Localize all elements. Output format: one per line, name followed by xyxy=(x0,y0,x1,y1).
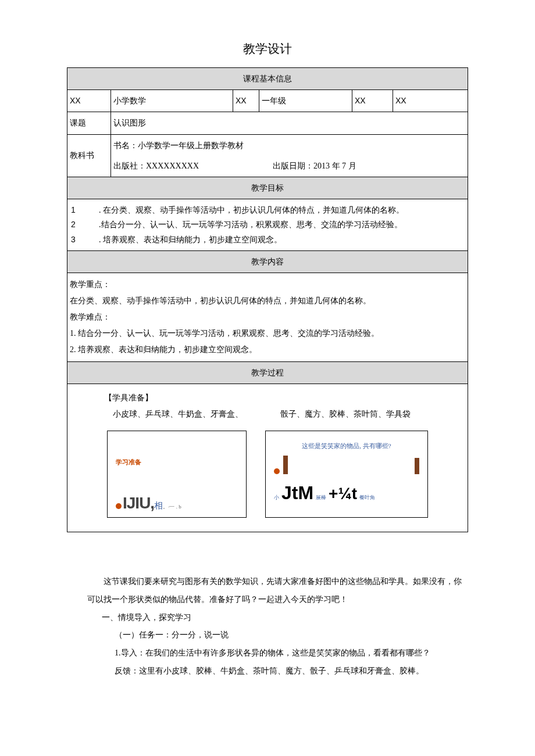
goal-1: 1. 在分类、观察、动手操作等活动中，初步认识几何体的特点，并知道几何体的名称。 xyxy=(70,203,465,217)
box-right-row1 xyxy=(274,456,419,474)
body-l1: 1.导入：在我们的生活中有许多形状各异的物体，这些是笑笑家的物品，看看都有哪些？ xyxy=(115,644,468,662)
body-l2: 反馈：这里有小皮球、胶棒、牛奶盒、茶叶筒、魔方、骰子、乒乓球和牙膏盒、胶棒。 xyxy=(115,662,468,680)
pub-date-text: 出版日期：2013 年 7 月 xyxy=(273,162,356,170)
document-title: 教学设计 xyxy=(67,41,468,57)
body-h2: （一）任务一：分一分，说一说 xyxy=(115,626,468,644)
body-section: 这节课我们要来研究与图形有关的数学知识，先请大家准备好图中的这些物品和学具。如果… xyxy=(67,573,468,680)
info-row-book: 教科书 书名：小学数学一年级上册数学教材 出版社：XXXXXXXXX 出版日期：… xyxy=(67,134,468,177)
illustration-right: 这些是笑笑家的物品, 共有哪些? 小 JtM 展棒 +¼t 餐叶角 xyxy=(265,431,428,518)
dot-icon xyxy=(274,468,280,474)
content-diff-label: 教学难点： xyxy=(70,309,465,325)
box-right-row2: 小 JtM 展棒 +¼t 餐叶角 xyxy=(274,474,419,511)
cell-r1c3: XX xyxy=(233,90,259,112)
cell-r1c6: XX xyxy=(393,90,468,112)
section-header-basic: 课程基本信息 xyxy=(67,68,468,90)
bar-icon xyxy=(415,458,419,474)
cell-topic-value: 认识图形 xyxy=(111,112,468,134)
items-right: 骰子、魔方、胶棒、茶叶筒、学具袋 xyxy=(280,406,411,422)
info-row-topic: 课题 认识图形 xyxy=(67,112,468,134)
cell-r1c4: 一年级 xyxy=(259,90,352,112)
body-h1: 一、情境导入，探究学习 xyxy=(102,609,468,627)
goals-cell: 1. 在分类、观察、动手操作等活动中，初步认识几何体的特点，并知道几何体的名称。… xyxy=(67,199,468,251)
cell-r1c5: XX xyxy=(352,90,393,112)
content-cell: 教学重点： 在分类、观察、动手操作等活动中，初步认识几何体的特点，并知道几何体的… xyxy=(67,273,468,361)
dot-icon xyxy=(116,503,122,509)
lesson-plan-table: 课程基本信息 XX 小学数学 XX 一年级 XX XX 课题 认识图形 教科书 … xyxy=(67,67,468,532)
box-left-label: 学习准备 xyxy=(116,456,238,468)
section-header-content: 教学内容 xyxy=(67,250,468,273)
illustration-left: 学习准备 IJIU,相。·一 . b xyxy=(107,431,247,518)
cell-book-label: 教科书 xyxy=(67,134,111,177)
illustration-row: 学习准备 IJIU,相。·一 . b 这些是笑笑家的物品, 共有哪些? 小 xyxy=(107,431,463,518)
book-name-line: 书名：小学数学一年级上册数学教材 xyxy=(113,138,465,153)
prep-heading: 【学具准备】 xyxy=(104,390,463,406)
body-p1: 这节课我们要来研究与图形有关的数学知识，先请大家准备好图中的这些物品和学具。如果… xyxy=(87,573,468,609)
cell-book-value: 书名：小学数学一年级上册数学教材 出版社：XXXXXXXXX 出版日期：2013… xyxy=(111,134,468,177)
content-diff-1: 1. 结合分一分、认一认、玩一玩等学习活动，积累观察、思考、交流的学习活动经验。 xyxy=(70,325,465,342)
bar-icon xyxy=(283,456,288,474)
prep-items: 小皮球、乒乓球、牛奶盒、牙膏盒、 骰子、魔方、胶棒、茶叶筒、学具袋 xyxy=(113,406,463,422)
cell-r1c2: 小学数学 xyxy=(111,90,233,112)
content-key-label: 教学重点： xyxy=(70,277,465,293)
box-left-content: IJIU,相。·一 . b xyxy=(116,487,238,518)
content-diff-2: 2. 培养观察、表达和归纳能力，初步建立空间观念。 xyxy=(70,342,465,358)
cell-topic-label: 课题 xyxy=(67,112,111,134)
content-key-text: 在分类、观察、动手操作等活动中，初步认识几何体的特点，并知道几何体的名称。 xyxy=(70,293,465,309)
box-right-row3: W* xyxy=(274,511,419,518)
section-header-process: 教学过程 xyxy=(67,361,468,384)
goal-2: 2.结合分一分、认一认、玩一玩等学习活动，积累观察、思考、交流的学习活动经验。 xyxy=(70,217,465,232)
goal-3: 3. 培养观察、表达和归纳能力，初步建立空间观念。 xyxy=(70,232,465,247)
box-right-title: 这些是笑笑家的物品, 共有哪些? xyxy=(274,439,419,452)
publisher-text: 出版社：XXXXXXXXX xyxy=(113,162,199,170)
process-cell: 【学具准备】 小皮球、乒乓球、牛奶盒、牙膏盒、 骰子、魔方、胶棒、茶叶筒、学具袋… xyxy=(67,384,468,532)
items-left: 小皮球、乒乓球、牛奶盒、牙膏盒、 xyxy=(113,410,243,418)
section-header-goals: 教学目标 xyxy=(67,177,468,199)
info-row-1: XX 小学数学 XX 一年级 XX XX xyxy=(67,90,468,112)
cell-r1c1: XX xyxy=(67,90,111,112)
